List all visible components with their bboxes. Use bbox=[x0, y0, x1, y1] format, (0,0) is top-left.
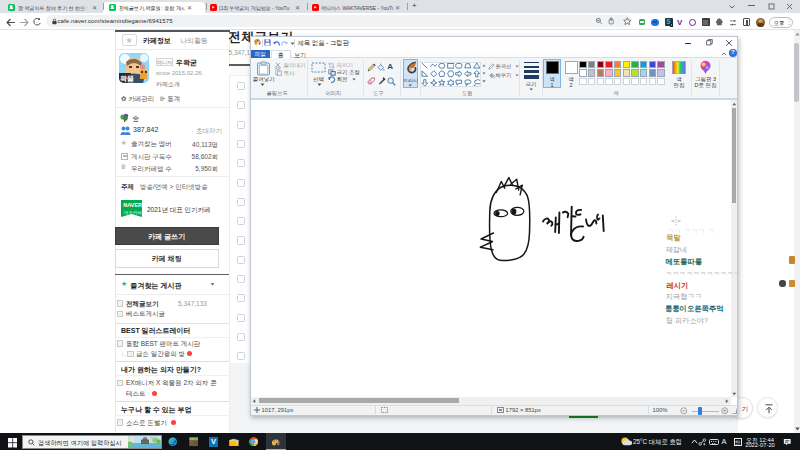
svg-text:NAVER: NAVER bbox=[123, 202, 142, 208]
svg-text:왁물: 왁물 bbox=[120, 75, 134, 83]
svg-text:대표카페: 대표카페 bbox=[124, 209, 142, 214]
